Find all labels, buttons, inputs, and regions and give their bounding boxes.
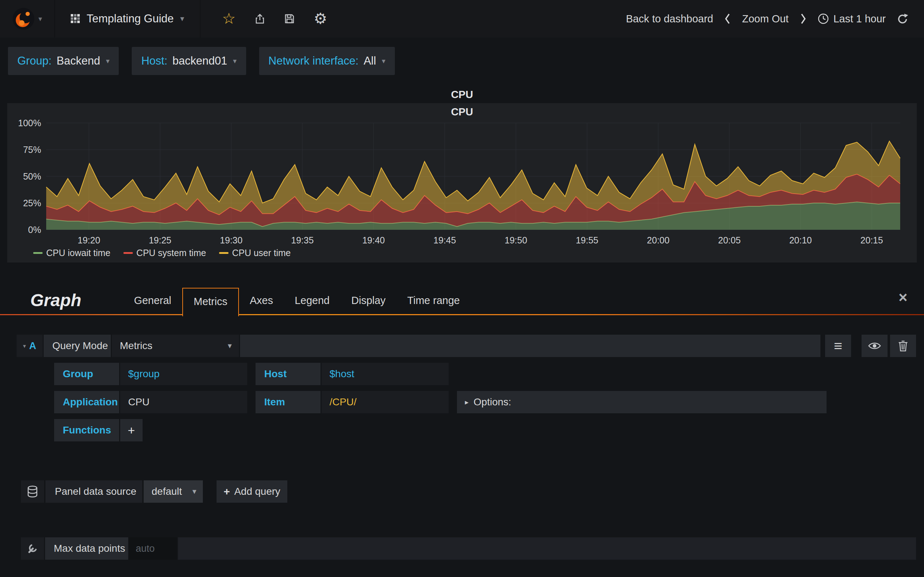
- chevron-right-icon: ▸: [465, 398, 468, 406]
- legend-label: CPU system time: [136, 248, 206, 258]
- tab-time-range[interactable]: Time range: [396, 295, 471, 315]
- time-range-label: Last 1 hour: [834, 13, 886, 25]
- time-shift-back-chevron-icon[interactable]: [724, 12, 731, 25]
- variable-group-dropdown[interactable]: Group: Backend ▾: [8, 47, 119, 75]
- variable-value: All: [363, 55, 376, 68]
- variable-value: Backend: [57, 55, 100, 68]
- tab-legend[interactable]: Legend: [284, 295, 340, 315]
- field-application-label: Application: [54, 391, 119, 413]
- panel-title[interactable]: CPU: [7, 86, 917, 103]
- chevron-down-icon: ▾: [382, 56, 386, 65]
- variable-netif-dropdown[interactable]: Network interface: All ▾: [259, 47, 395, 75]
- max-data-points-label: Max data points: [45, 537, 128, 560]
- variable-host-dropdown[interactable]: Host: backend01 ▾: [132, 47, 246, 75]
- grafana-menu-button[interactable]: ▾: [0, 0, 55, 37]
- time-range-picker[interactable]: Last 1 hour: [817, 13, 886, 25]
- query-menu-button[interactable]: ≡: [825, 335, 851, 357]
- cpu-graph-panel: CPU 0%25%50%75%100%19:2019:2519:3019:351…: [7, 103, 917, 263]
- plus-icon: +: [223, 485, 230, 498]
- query-collapse-toggle[interactable]: ▾ A: [16, 335, 43, 357]
- svg-text:0%: 0%: [28, 225, 41, 235]
- tab-display[interactable]: Display: [340, 295, 396, 315]
- svg-text:100%: 100%: [18, 118, 41, 128]
- svg-text:19:40: 19:40: [362, 235, 385, 245]
- query-functions-row: Functions +: [54, 419, 916, 442]
- options-label: Options:: [473, 396, 511, 408]
- query-mode-select[interactable]: Metrics ▾: [112, 335, 239, 357]
- svg-text:20:15: 20:15: [861, 235, 883, 245]
- svg-text:19:20: 19:20: [78, 235, 100, 245]
- trash-icon: [898, 340, 908, 351]
- time-shift-forward-chevron-icon[interactable]: [800, 12, 807, 25]
- dashboard-grid-icon: [71, 14, 80, 23]
- svg-text:19:45: 19:45: [433, 235, 456, 245]
- svg-text:19:30: 19:30: [220, 235, 242, 245]
- datasource-select[interactable]: default ▾: [144, 480, 203, 503]
- options-toggle[interactable]: ▸ Options:: [457, 391, 827, 413]
- max-data-points-input[interactable]: [129, 537, 177, 560]
- panel-editor: Graph General Metrics Axes Legend Displa…: [0, 282, 924, 560]
- legend-color-swatch: [123, 252, 133, 254]
- legend-item-iowait[interactable]: CPU iowait time: [33, 248, 110, 258]
- settings-gear-icon[interactable]: ⚙: [313, 11, 327, 26]
- query-mode-value: Metrics: [120, 340, 152, 351]
- functions-label: Functions: [54, 419, 119, 442]
- field-application-value: CPU: [128, 396, 149, 408]
- top-navbar: ▾ Templating Guide ▾ ☆: [0, 0, 924, 37]
- legend-color-swatch: [219, 252, 228, 254]
- field-group-input[interactable]: $group: [120, 363, 247, 385]
- tab-metrics[interactable]: Metrics: [182, 288, 239, 316]
- svg-text:25%: 25%: [23, 198, 41, 208]
- menu-icon: ≡: [834, 338, 842, 354]
- dashboard-title-dropdown[interactable]: Templating Guide ▾: [55, 0, 200, 37]
- share-icon[interactable]: [254, 13, 265, 24]
- field-group-value: $group: [128, 368, 160, 380]
- refresh-icon[interactable]: [897, 13, 909, 25]
- grafana-app: ▾ Templating Guide ▾ ☆: [0, 0, 924, 560]
- field-host-label: Host: [255, 363, 320, 385]
- template-variable-row: Group: Backend ▾ Host: backend01 ▾ Netwo…: [8, 47, 924, 75]
- tab-axes[interactable]: Axes: [239, 295, 284, 315]
- svg-text:19:55: 19:55: [576, 235, 598, 245]
- query-field-row: Group $group Host $host: [54, 363, 916, 385]
- svg-text:20:05: 20:05: [718, 235, 741, 245]
- query-row-filler: [240, 335, 821, 357]
- svg-text:20:00: 20:00: [647, 235, 670, 245]
- chart-legend: CPU iowait time CPU system time CPU user…: [33, 248, 914, 258]
- zoom-out-button[interactable]: Zoom Out: [742, 13, 789, 25]
- svg-text:50%: 50%: [23, 171, 41, 181]
- add-function-button[interactable]: +: [120, 419, 142, 442]
- back-to-dashboard-button[interactable]: Back to dashboard: [626, 13, 713, 25]
- database-icon: [21, 480, 44, 503]
- variable-label: Group:: [17, 55, 52, 68]
- save-icon[interactable]: [284, 13, 295, 24]
- chevron-down-icon: ▾: [180, 14, 184, 23]
- chevron-down-icon: ▾: [23, 343, 26, 350]
- field-host-input[interactable]: $host: [321, 363, 449, 385]
- variable-value: backend01: [173, 55, 228, 68]
- field-item-input[interactable]: /CPU/: [321, 391, 449, 413]
- tab-general[interactable]: General: [123, 295, 182, 315]
- legend-item-user[interactable]: CPU user time: [219, 248, 291, 258]
- query-delete-button[interactable]: [890, 335, 916, 357]
- query-toggle-visibility-button[interactable]: [861, 335, 888, 357]
- add-query-button[interactable]: + Add query: [216, 480, 287, 503]
- variable-label: Network interface:: [268, 55, 359, 68]
- cpu-stacked-area-chart[interactable]: 0%25%50%75%100%19:2019:2519:3019:3519:40…: [11, 118, 913, 246]
- chevron-down-icon: ▾: [233, 56, 237, 65]
- wrench-icon: [21, 537, 44, 560]
- svg-text:20:10: 20:10: [789, 235, 812, 245]
- query-field-row: Application CPU Item /CPU/ ▸ Options:: [54, 391, 916, 413]
- panel-datasource-label: Panel data source: [45, 480, 142, 503]
- field-application-input[interactable]: CPU: [120, 391, 247, 413]
- close-icon[interactable]: ×: [898, 290, 908, 305]
- star-icon[interactable]: ☆: [222, 11, 236, 26]
- add-query-label: Add query: [234, 486, 281, 497]
- dashboard-title: Templating Guide: [87, 12, 174, 25]
- legend-item-system[interactable]: CPU system time: [123, 248, 206, 258]
- legend-label: CPU user time: [232, 248, 291, 258]
- row-filler: [178, 537, 916, 560]
- svg-text:19:50: 19:50: [505, 235, 527, 245]
- chevron-down-icon: ▾: [228, 341, 232, 351]
- query-ref-letter: A: [29, 340, 36, 351]
